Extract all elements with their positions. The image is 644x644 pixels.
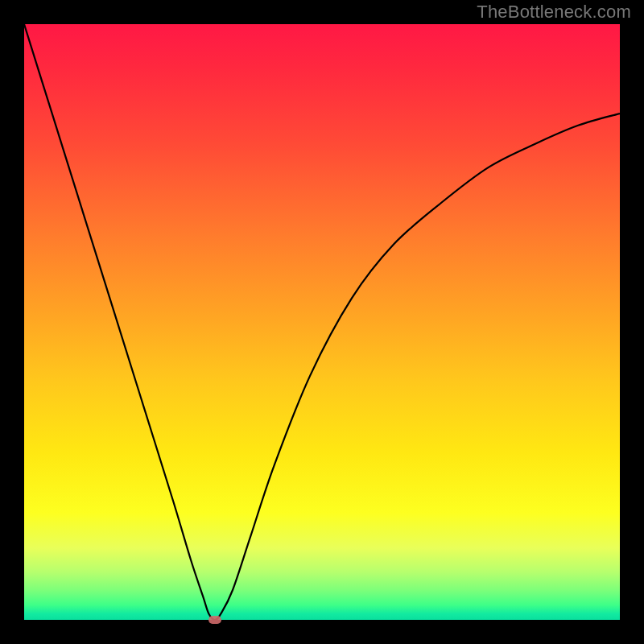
plot-area	[24, 24, 620, 620]
chart-frame: TheBottleneck.com	[0, 0, 644, 644]
watermark-text: TheBottleneck.com	[477, 2, 631, 23]
curve-path	[24, 24, 620, 620]
bottleneck-curve	[24, 24, 620, 620]
min-marker	[208, 616, 221, 624]
